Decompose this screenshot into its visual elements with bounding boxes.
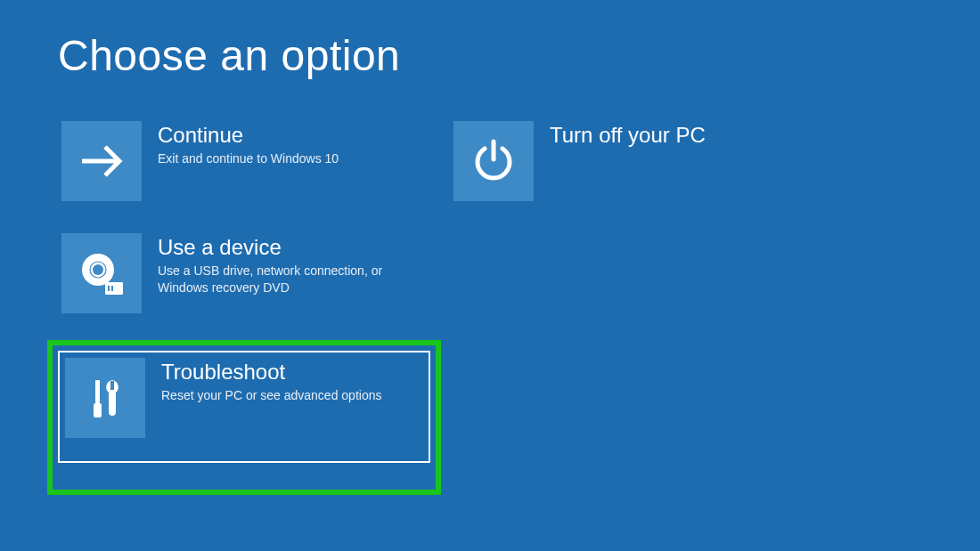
arrow-right-icon [61,121,142,201]
disc-device-icon [61,233,142,313]
svg-rect-8 [95,380,100,403]
page-title: Choose an option [58,31,922,80]
option-desc: Use a USB drive, network connection, or … [158,263,407,296]
svg-rect-9 [94,403,102,417]
option-title: Continue [158,123,339,148]
grid-spacer [450,230,833,317]
option-turn-off[interactable]: Turn off your PC [450,117,833,205]
option-desc: Exit and continue to Windows 10 [158,150,339,167]
recovery-screen: Choose an option Continue Exit and conti… [0,0,980,551]
option-troubleshoot[interactable]: Troubleshoot Reset your PC or see advanc… [65,358,423,438]
power-icon [453,121,534,201]
svg-point-4 [93,264,103,275]
option-text: Troubleshoot Reset your PC or see advanc… [161,358,381,404]
option-title: Troubleshoot [161,360,381,385]
tools-icon [65,358,145,438]
option-continue[interactable]: Continue Exit and continue to Windows 10 [58,117,441,205]
option-text: Turn off your PC [550,121,706,150]
options-grid: Continue Exit and continue to Windows 10… [58,117,922,495]
highlight-box: Troubleshoot Reset your PC or see advanc… [47,340,441,495]
option-desc: Reset your PC or see advanced options [161,387,381,404]
svg-rect-10 [110,381,114,390]
option-use-device[interactable]: Use a device Use a USB drive, network co… [58,230,441,317]
option-title: Turn off your PC [550,123,706,148]
option-title: Use a device [158,235,407,260]
option-text: Use a device Use a USB drive, network co… [158,233,407,296]
selection-border: Troubleshoot Reset your PC or see advanc… [58,351,430,463]
option-text: Continue Exit and continue to Windows 10 [158,121,339,167]
